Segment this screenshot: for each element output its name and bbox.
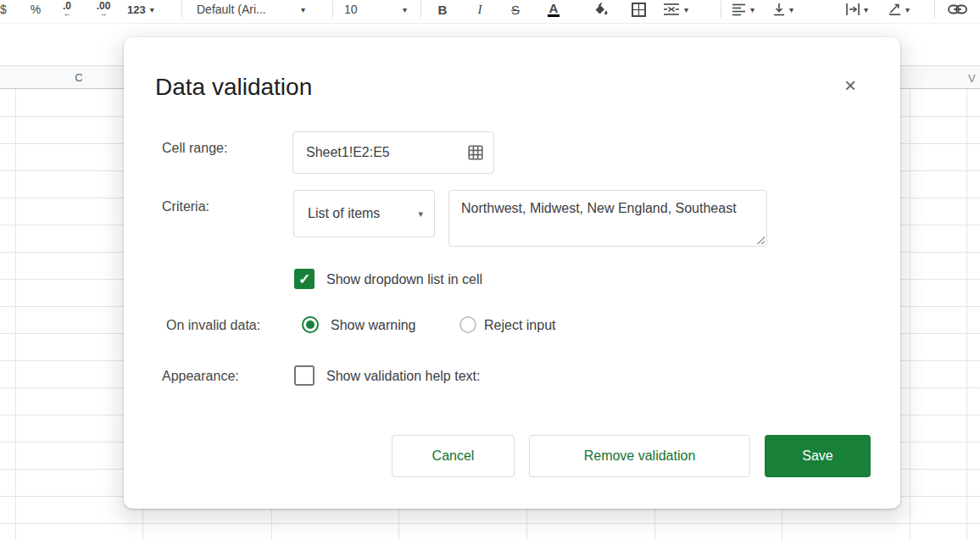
text-wrap-icon (846, 3, 860, 15)
text-rotation-button[interactable]: ▾ (888, 0, 910, 20)
show-warning-radio[interactable] (302, 316, 319, 333)
select-data-range-icon[interactable] (468, 145, 483, 160)
merge-cells-icon (663, 3, 680, 15)
toolbar-separator (934, 1, 935, 18)
text-wrapping-button[interactable]: ▾ (846, 0, 868, 20)
help-text-label: Show validation help text: (326, 369, 480, 384)
format-currency-button[interactable]: $ (0, 0, 10, 20)
invalid-data-label: On invalid data: (166, 318, 260, 333)
reject-input-label: Reject input (484, 318, 556, 333)
formatting-toolbar: $ % .0 ← .00 → 123 ▾ Default (Ari... ▾ 1… (0, 0, 980, 24)
data-validation-dialog: Data validation × Cell range: Sheet1!E2:… (124, 37, 900, 509)
dropdown-arrow-icon: ▾ (301, 5, 305, 14)
show-warning-label: Show warning (331, 318, 416, 333)
font-menu[interactable]: Default (Ari... ▾ (197, 0, 305, 20)
dropdown-arrow-icon: ▾ (150, 5, 154, 14)
resize-handle[interactable] (755, 235, 765, 244)
dropdown-arrow-icon: ▾ (418, 209, 423, 220)
decrease-decimal-button[interactable]: .0 ← (56, 0, 78, 20)
borders-button[interactable] (629, 0, 648, 20)
cell-range-label: Cell range: (162, 141, 227, 156)
left-arrow-icon: ← (64, 9, 71, 18)
criteria-type-value: List of items (308, 206, 418, 221)
paint-bucket-icon (593, 2, 609, 17)
dropdown-arrow-icon: ▾ (403, 5, 407, 14)
dropdown-arrow-icon: ▾ (905, 5, 910, 14)
italic-button[interactable]: I (471, 0, 488, 20)
grid-line-horizontal (0, 523, 980, 524)
font-size-value: 10 (344, 3, 358, 16)
vertical-align-icon (773, 3, 785, 16)
save-button[interactable]: Save (765, 435, 871, 477)
remove-validation-button[interactable]: Remove validation (529, 435, 750, 477)
dropdown-arrow-icon: ▾ (864, 5, 868, 14)
font-size-menu[interactable]: 10 ▾ (341, 0, 410, 20)
dialog-title: Data validation (155, 75, 312, 100)
cell-range-value: Sheet1!E2:E5 (306, 145, 468, 160)
appearance-label: Appearance: (162, 369, 239, 384)
currency-icon: $ (0, 3, 7, 16)
insert-link-button[interactable] (946, 0, 968, 20)
strikethrough-button[interactable]: S (506, 0, 525, 20)
vertical-align-button[interactable]: ▾ (773, 0, 793, 20)
toolbar-separator (332, 1, 333, 18)
close-button[interactable]: × (838, 73, 863, 98)
fill-color-button[interactable] (590, 0, 610, 20)
toolbar-separator (181, 1, 182, 18)
dropdown-arrow-icon: ▾ (750, 5, 754, 14)
criteria-items-value: Northwest, Midwest, New England, Southea… (461, 199, 753, 218)
percent-icon: % (31, 3, 41, 16)
column-header-partial[interactable]: V (968, 72, 976, 85)
cancel-button[interactable]: Cancel (392, 435, 515, 477)
toolbar-separator (420, 1, 421, 18)
dropdown-arrow-icon: ▾ (789, 5, 793, 14)
text-color-button[interactable]: A (543, 0, 564, 20)
right-arrow-icon: → (100, 9, 108, 18)
cell-range-input[interactable]: Sheet1!E2:E5 (292, 131, 494, 174)
format-percent-button[interactable]: % (28, 0, 43, 20)
check-icon: ✓ (298, 270, 310, 288)
close-icon: × (844, 74, 856, 97)
more-formats-button[interactable]: 123 ▾ (127, 0, 154, 20)
merge-cells-button[interactable]: ▾ (663, 0, 688, 20)
text-rotation-icon (888, 3, 901, 15)
show-dropdown-label: Show dropdown list in cell (326, 272, 482, 287)
horizontal-align-button[interactable]: ▾ (732, 0, 754, 20)
criteria-label: Criteria: (162, 199, 209, 214)
borders-icon (632, 3, 646, 17)
reject-input-radio[interactable] (459, 316, 476, 333)
dropdown-arrow-icon: ▾ (684, 5, 688, 14)
bold-button[interactable]: B (434, 0, 451, 20)
toolbar-separator (721, 1, 721, 18)
help-text-checkbox[interactable] (294, 365, 315, 386)
link-icon (948, 4, 967, 14)
show-dropdown-checkbox[interactable]: ✓ (294, 269, 315, 289)
criteria-items-input[interactable]: Northwest, Midwest, New England, Southea… (448, 190, 767, 247)
increase-decimal-button[interactable]: .00 → (90, 0, 117, 20)
criteria-type-select[interactable]: List of items ▾ (293, 190, 435, 237)
align-left-icon (732, 3, 746, 16)
